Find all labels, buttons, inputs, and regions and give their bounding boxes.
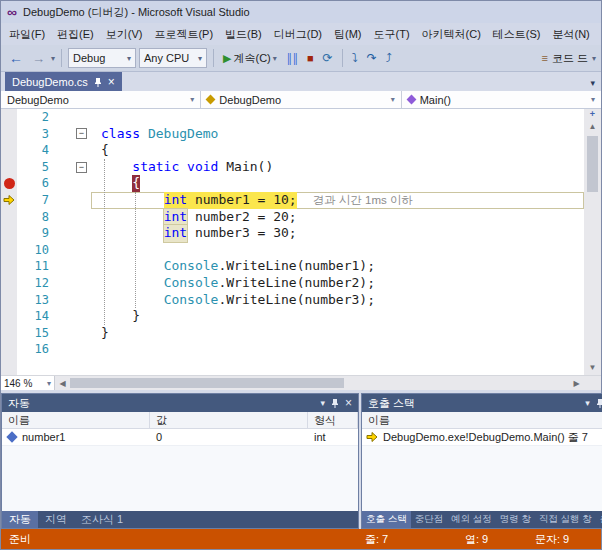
autos-row[interactable]: number10int	[2, 429, 358, 446]
autos-title-bar[interactable]: 자동 ▾ ×	[2, 394, 358, 412]
code-line-8[interactable]: 8 int number2 = 20;	[1, 209, 584, 226]
step-into-icon[interactable]: ⤵	[349, 49, 361, 67]
step-over-icon[interactable]: ↷	[364, 49, 380, 67]
close-icon[interactable]: ×	[108, 77, 115, 87]
scrollbar-thumb[interactable]	[70, 378, 344, 388]
stop-debugging-icon[interactable]: ■	[304, 50, 317, 66]
pin-icon[interactable]	[331, 398, 339, 408]
callstack-tab[interactable]: 호출 스택	[362, 511, 411, 528]
autos-tab[interactable]: 조사식 1	[74, 511, 130, 528]
standard-toolbar: ← → ▾ Debug ▾ Any CPU ▾ ▶ 계속(C) ▾ ║║ ■ ⟳…	[1, 45, 601, 72]
breakpoint-icon[interactable]	[4, 178, 15, 189]
code-line-16[interactable]: 16	[1, 341, 584, 358]
menu-item[interactable]: 파일(F)	[3, 24, 51, 45]
menu-item[interactable]: 보기(V)	[100, 24, 149, 45]
code-line-9[interactable]: 9 int number3 = 30;	[1, 225, 584, 242]
outlining-margin[interactable]: −	[57, 162, 91, 173]
navigate-back-icon[interactable]: ←	[6, 48, 26, 68]
code-line-11[interactable]: 11 Console.WriteLine(number1);	[1, 258, 584, 275]
tab-overflow-icon[interactable]: ▾	[590, 78, 601, 91]
code-token: class	[101, 126, 148, 143]
menu-item[interactable]: 편집(E)	[51, 24, 100, 45]
code-line-6[interactable]: 6 {	[1, 175, 584, 192]
code-token: int	[164, 192, 187, 209]
break-all-icon[interactable]: ║║	[283, 51, 301, 66]
editor: 23−class DebugDemo4{5− static void Main(…	[1, 109, 601, 375]
code-map-button[interactable]: ≡ 코드 드 ▾	[542, 51, 597, 66]
column-header-value[interactable]: 값	[150, 412, 308, 428]
solution-platform-combo[interactable]: Any CPU ▾	[139, 48, 207, 68]
code-line-13[interactable]: 13 Console.WriteLine(number3);	[1, 292, 584, 309]
menu-item[interactable]: 빌드(B)	[219, 24, 268, 45]
solution-configuration-combo[interactable]: Debug ▾	[68, 48, 136, 68]
code-line-14[interactable]: 14 }	[1, 308, 584, 325]
continue-button[interactable]: ▶ 계속(C) ▾	[220, 49, 280, 68]
scrollbar-track[interactable]	[584, 134, 601, 361]
navigation-dropdown-icon[interactable]: ▾	[51, 54, 55, 63]
menu-item[interactable]: 팀(M)	[328, 24, 368, 45]
scroll-up-icon[interactable]: ▲	[589, 120, 597, 134]
column-header-type[interactable]: 형식	[308, 412, 358, 428]
collapse-toggle-icon[interactable]: −	[76, 162, 87, 173]
code-line-3[interactable]: 3−class DebugDemo	[1, 126, 584, 143]
callstack-tab[interactable]: 중단점	[411, 511, 448, 528]
code-text: }	[91, 325, 584, 342]
callstack-tab[interactable]: 예외 설정	[447, 511, 496, 528]
column-header-name[interactable]: 이름	[362, 412, 602, 428]
code-line-10[interactable]: 10	[1, 242, 584, 259]
splitter-handle-icon[interactable]: +	[590, 109, 595, 120]
callstack-tab[interactable]: 직접 실행 창	[535, 511, 596, 528]
code-area[interactable]: 23−class DebugDemo4{5− static void Main(…	[1, 109, 584, 375]
code-line-7[interactable]: 7 int number1 = 10;경과 시간 1ms 이하	[1, 192, 584, 209]
scroll-down-icon[interactable]: ▼	[589, 361, 597, 375]
code-token	[101, 258, 164, 275]
menu-item[interactable]: 프로젝트(P)	[148, 24, 219, 45]
menu-item[interactable]: 테스트(S)	[487, 24, 547, 45]
menu-item[interactable]: 창(W)	[596, 24, 602, 45]
indicator-margin-cell[interactable]	[1, 194, 17, 206]
code-line-2[interactable]: 2	[1, 109, 584, 126]
horizontal-scrollbar[interactable]	[70, 376, 569, 390]
call-stack-row[interactable]: DebugDemo.exe!DebugDemo.Main() 줄 7	[362, 429, 602, 446]
column-header-name[interactable]: 이름	[2, 412, 150, 428]
menu-item[interactable]: 디버그(D)	[268, 24, 328, 45]
pin-icon[interactable]	[94, 77, 102, 87]
member-dropdown[interactable]: Main() ▾	[402, 91, 601, 108]
window-position-icon[interactable]: ▾	[585, 398, 590, 408]
code-token	[101, 275, 164, 292]
restart-icon[interactable]: ⟳	[320, 49, 336, 67]
navigate-forward-icon[interactable]: →	[29, 49, 48, 68]
type-name: DebugDemo	[219, 94, 385, 106]
code-line-4[interactable]: 4{	[1, 142, 584, 159]
scrollbar-thumb[interactable]	[587, 136, 598, 192]
code-line-15[interactable]: 15}	[1, 325, 584, 342]
indicator-margin-cell[interactable]	[1, 178, 17, 189]
window-position-icon[interactable]: ▾	[320, 398, 325, 408]
menu-item[interactable]: 분석(N)	[547, 24, 596, 45]
code-line-5[interactable]: 5− static void Main()	[1, 159, 584, 176]
vertical-scrollbar[interactable]: + ▲ ▼	[584, 109, 601, 375]
menu-item[interactable]: 아키텍처(C)	[416, 24, 487, 45]
pin-icon[interactable]	[596, 398, 602, 408]
outlining-margin[interactable]: −	[57, 128, 91, 139]
autos-tab[interactable]: 지역	[38, 511, 74, 528]
step-out-icon[interactable]: ⤴	[383, 49, 395, 67]
call-stack-tab-strip: 호출 스택중단점예외 설정명령 창직접 실행 창출력	[362, 511, 602, 528]
callstack-tab[interactable]: 출력	[596, 511, 602, 528]
scroll-left-icon[interactable]: ◀	[55, 376, 70, 390]
code-line-12[interactable]: 12 Console.WriteLine(number2);	[1, 275, 584, 292]
line-number: 6	[17, 175, 57, 192]
menu-item[interactable]: 도구(T)	[368, 24, 416, 45]
callstack-tab[interactable]: 명령 창	[496, 511, 535, 528]
call-stack-title-bar[interactable]: 호출 스택 ▾ ×	[362, 394, 602, 412]
zoom-combo[interactable]: 146 % ▾	[1, 376, 55, 390]
window-title: DebugDemo (디버깅) - Microsoft Visual Studi…	[23, 5, 250, 20]
type-dropdown[interactable]: DebugDemo ▾	[201, 91, 401, 108]
scroll-right-icon[interactable]: ▶	[569, 376, 584, 390]
collapse-toggle-icon[interactable]: −	[76, 128, 87, 139]
autos-tab[interactable]: 자동	[2, 511, 38, 528]
close-icon[interactable]: ×	[345, 398, 352, 408]
perf-tip[interactable]: 경과 시간 1ms 이하	[313, 192, 413, 209]
project-dropdown[interactable]: DebugDemo ▾	[1, 91, 201, 108]
tab-debugdemo-cs[interactable]: DebugDemo.cs ×	[5, 72, 122, 91]
